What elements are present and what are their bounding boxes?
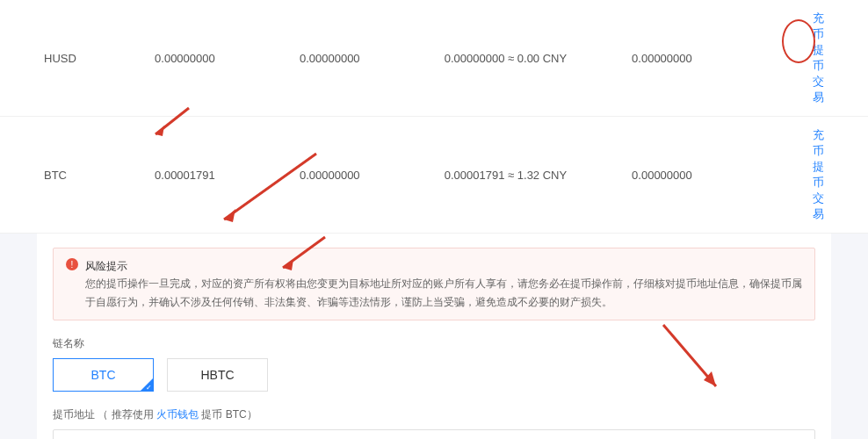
available: 0.00001791 xyxy=(155,169,300,182)
warning-title: 风险提示 xyxy=(85,260,127,272)
symbol: BTC xyxy=(44,169,155,182)
chain-option-hbtc[interactable]: HBTC xyxy=(167,358,268,392)
other: 0.00000000 xyxy=(632,52,802,65)
address-input-box[interactable] xyxy=(53,429,815,439)
chain-option-btc[interactable]: BTC xyxy=(53,358,154,392)
cny-value: 0.00000000 ≈ 0.00 CNY xyxy=(445,52,632,65)
warning-body: 您的提币操作一旦完成，对应的资产所有权将由您变更为目标地址所对应的账户所有人享有… xyxy=(85,277,802,307)
cny-value: 0.00001791 ≈ 1.32 CNY xyxy=(445,169,632,182)
asset-row-husd: HUSD 0.00000000 0.00000000 0.00000000 ≈ … xyxy=(0,0,868,117)
frozen: 0.00000000 xyxy=(300,52,445,65)
deposit-link[interactable]: 充币 xyxy=(813,128,824,157)
withdraw-link[interactable]: 提币 xyxy=(813,160,824,189)
trade-link[interactable]: 交易 xyxy=(813,191,824,220)
wallet-link[interactable]: 火币钱包 xyxy=(156,408,199,421)
chain-label: 链名称 xyxy=(53,336,815,351)
other: 0.00000000 xyxy=(632,169,802,182)
available: 0.00000000 xyxy=(155,52,300,65)
risk-warning: ! 风险提示 您的提币操作一旦完成，对应的资产所有权将由您变更为目标地址所对应的… xyxy=(53,248,815,320)
trade-link[interactable]: 交易 xyxy=(813,75,824,104)
deposit-link[interactable]: 充币 xyxy=(813,11,824,40)
withdraw-link[interactable]: 提币 xyxy=(813,43,824,72)
frozen: 0.00000000 xyxy=(300,169,445,182)
asset-row-btc: BTC 0.00001791 0.00000000 0.00001791 ≈ 1… xyxy=(0,117,868,234)
symbol: HUSD xyxy=(44,52,155,65)
address-label: 提币地址 （ 推荐使用 火币钱包 提币 BTC） xyxy=(53,407,815,422)
warning-icon: ! xyxy=(66,258,78,270)
